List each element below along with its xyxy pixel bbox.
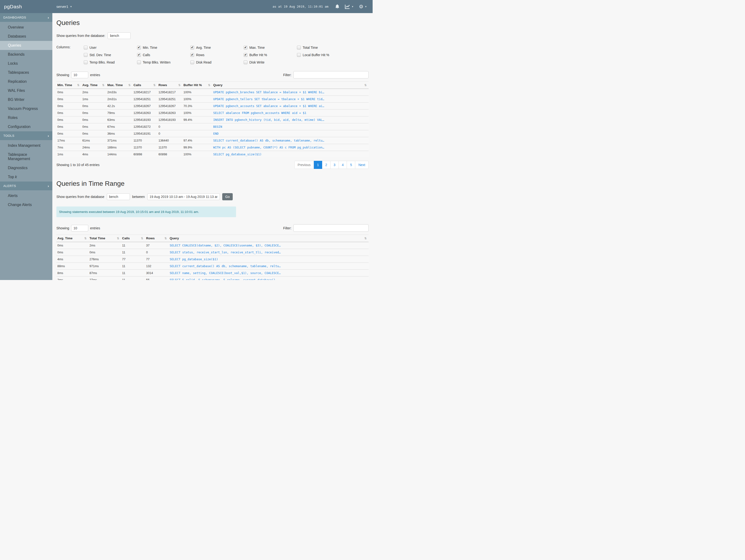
column-header-avg-time[interactable]: Avg. Time⇅ [56, 235, 89, 242]
sidebar-item-wal-files[interactable]: WAL Files [0, 86, 52, 95]
column-header-min-time[interactable]: Min. Time⇅ [56, 81, 82, 89]
sidebar-item-queries[interactable]: Queries [0, 41, 52, 50]
app-logo[interactable]: pgDash [0, 4, 52, 9]
checkbox-calls[interactable]: Calls [137, 52, 190, 58]
showing-label: Showing [56, 226, 69, 230]
query-link[interactable]: UPDATE pgbench_accounts SET abalance = a… [213, 104, 324, 108]
checkbox-rows[interactable]: Rows [190, 52, 244, 58]
notifications-bell-icon[interactable] [335, 4, 339, 9]
query-link[interactable]: UPDATE pgbench_tellers SET tbalance = tb… [213, 97, 324, 101]
pagination-page-3[interactable]: 3 [330, 161, 339, 169]
query-link[interactable]: SELECT current_database() AS db, scheman… [213, 139, 324, 142]
checkbox-box[interactable] [190, 60, 194, 64]
column-header-calls[interactable]: Calls⇅ [121, 235, 145, 242]
checkbox-box[interactable] [137, 60, 141, 64]
column-header-max-time[interactable]: Max. Time⇅ [106, 81, 133, 89]
sidebar-item-backends[interactable]: Backends [0, 50, 52, 59]
query-link[interactable]: UPDATE pgbench_branches SET bbalance = b… [213, 90, 324, 94]
checkbox-min-time[interactable]: Min. Time [137, 45, 190, 50]
checkbox-box[interactable] [84, 53, 88, 57]
column-header-rows[interactable]: Rows⇅ [158, 81, 183, 89]
query-link[interactable]: END [213, 132, 219, 135]
checkbox-std-dev-time[interactable]: Std. Dev. Time [84, 52, 137, 58]
sidebar-item-replication[interactable]: Replication [0, 77, 52, 86]
sidebar-item-tablespace-management[interactable]: Tablespace Management [0, 150, 52, 163]
query-link[interactable]: SELECT abalance FROM pgbench_accounts WH… [213, 111, 306, 115]
pagination-page-4[interactable]: 4 [339, 161, 347, 169]
column-header-total-time[interactable]: Total Time⇅ [89, 235, 121, 242]
column-header-avg-time[interactable]: Avg. Time⇅ [82, 81, 106, 89]
sidebar-item-configuration[interactable]: Configuration [0, 122, 52, 131]
page-size-input[interactable] [71, 72, 88, 78]
query-link[interactable]: WITH pc AS (SELECT pubname, COUNT(*) AS … [213, 145, 324, 149]
checkbox-local-buffer-hit[interactable]: Local Buffer Hit % [297, 52, 350, 58]
query-link[interactable]: INSERT INTO pgbench_history (tid, bid, a… [213, 118, 324, 122]
checkbox-box[interactable] [244, 46, 248, 50]
sidebar-item-locks[interactable]: Locks [0, 59, 52, 68]
checkbox-box[interactable] [244, 53, 248, 57]
checkbox-temp-blks-read[interactable]: Temp Blks. Read [84, 60, 137, 65]
page-size-input[interactable] [71, 225, 88, 231]
checkbox-box[interactable] [297, 46, 301, 50]
checkbox-box[interactable] [244, 60, 248, 64]
sidebar-section-alerts[interactable]: ALERTS › [0, 182, 52, 190]
charts-menu-button[interactable]: ▼ [345, 4, 354, 9]
sidebar-item-top-k[interactable]: Top k [0, 172, 52, 182]
server-selector[interactable]: server1 ▼ [56, 4, 72, 8]
checkbox-disk-write[interactable]: Disk Write [244, 60, 297, 65]
query-link[interactable]: SELECT S.relid, S.schemaname, S.relname,… [170, 278, 281, 280]
database-input[interactable] [107, 32, 131, 39]
sidebar-item-tablespaces[interactable]: Tablespaces [0, 68, 52, 77]
sidebar-item-change-alerts[interactable]: Change Alerts [0, 200, 52, 209]
column-header-query[interactable]: Query⇅ [169, 235, 368, 242]
sidebar-item-roles[interactable]: Roles [0, 113, 52, 122]
go-button[interactable]: Go [222, 193, 233, 200]
column-header-query[interactable]: Query⇅ [212, 81, 368, 89]
sidebar-section-tools[interactable]: TOOLS › [0, 131, 52, 140]
settings-menu-button[interactable]: ⚙ ▼ [359, 4, 367, 9]
sidebar-section-dashboards[interactable]: DASHBOARDS › [0, 13, 52, 22]
checkbox-buffer-hit[interactable]: Buffer Hit % [244, 52, 297, 58]
pagination-previous[interactable]: Previous [294, 161, 314, 169]
checkbox-temp-blks-written[interactable]: Temp Blks. Written [137, 60, 190, 65]
column-header-buffer-hit[interactable]: Buffer Hit %⇅ [183, 81, 212, 89]
column-header-calls[interactable]: Calls⇅ [133, 81, 158, 89]
checkbox-max-time[interactable]: Max. Time [244, 45, 297, 50]
filter-input[interactable] [293, 224, 368, 232]
time-range-database-input[interactable] [107, 193, 130, 200]
pagination-page-2[interactable]: 2 [322, 161, 330, 169]
sidebar-item-index-management[interactable]: Index Management [0, 141, 52, 150]
checkbox-box[interactable] [84, 46, 88, 50]
sidebar-item-databases[interactable]: Databases [0, 32, 52, 41]
sidebar-item-alerts[interactable]: Alerts [0, 191, 52, 200]
sidebar-item-overview[interactable]: Overview [0, 23, 52, 32]
section-label: DASHBOARDS [3, 16, 26, 19]
query-link[interactable]: SELECT COALESCE(datname, $2), COALESCE(u… [170, 243, 281, 247]
checkbox-user[interactable]: User [84, 45, 137, 50]
checkbox-box[interactable] [137, 53, 141, 57]
checkbox-box[interactable] [190, 46, 194, 50]
checkbox-avg-time[interactable]: Avg. Time [190, 45, 244, 50]
checkbox-box[interactable] [297, 53, 301, 57]
pagination-page-1[interactable]: 1 [314, 161, 322, 169]
query-link[interactable]: BEGIN [213, 125, 222, 128]
query-link[interactable]: SELECT pg_database_size($1) [170, 257, 218, 261]
checkbox-box[interactable] [84, 60, 88, 64]
table-row: 1ms4ms144ms6089860898100%SELECT pg_datab… [56, 151, 368, 158]
pagination-page-5[interactable]: 5 [347, 161, 355, 169]
query-link[interactable]: SELECT pg_database_size($1) [213, 153, 261, 156]
query-link[interactable]: SELECT status, receive_start_lsn, receiv… [170, 251, 281, 254]
sidebar-item-diagnostics[interactable]: Diagnostics [0, 163, 52, 172]
checkbox-disk-read[interactable]: Disk Read [190, 60, 244, 65]
query-link[interactable]: SELECT current_database() AS db, scheman… [170, 264, 281, 268]
sidebar-item-bg-writer[interactable]: BG Writer [0, 95, 52, 104]
time-range-input[interactable] [147, 193, 220, 200]
checkbox-box[interactable] [190, 53, 194, 57]
pagination-next[interactable]: Next [355, 161, 368, 169]
query-link[interactable]: SELECT name, setting, COALESCE(boot_val,… [170, 271, 281, 275]
filter-input[interactable] [293, 71, 368, 78]
checkbox-box[interactable] [137, 46, 141, 50]
checkbox-total-time[interactable]: Total Time [297, 45, 350, 50]
column-header-rows[interactable]: Rows⇅ [145, 235, 169, 242]
sidebar-item-vacuum-progress[interactable]: Vacuum Progress [0, 104, 52, 113]
